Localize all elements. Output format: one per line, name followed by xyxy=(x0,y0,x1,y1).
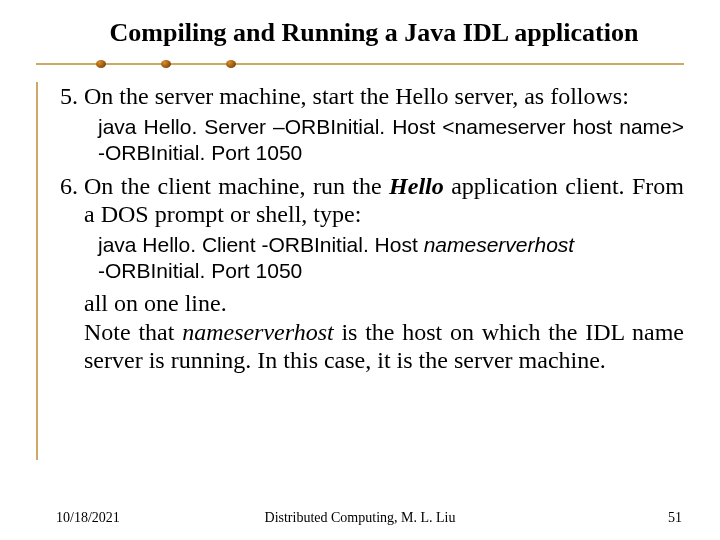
footer-date: 10/18/2021 xyxy=(56,510,120,526)
item-text: On the server machine, start the Hello s… xyxy=(84,83,629,109)
item-text-pre: On the client machine, run the xyxy=(84,173,389,199)
note-block: all on one line. Note that nameserverhos… xyxy=(84,289,684,374)
left-rule xyxy=(36,82,38,460)
title-underline xyxy=(36,60,684,68)
code-text: java Hello. Client -ORBInitial. Host xyxy=(98,233,424,256)
code-em: nameserverhost xyxy=(424,233,575,256)
code-text: -ORBInitial. Port 1050 xyxy=(98,259,302,282)
footer: 10/18/2021 Distributed Computing, M. L. … xyxy=(0,510,720,526)
list-item: On the server machine, start the Hello s… xyxy=(84,82,684,166)
footer-page: 51 xyxy=(668,510,682,526)
item-text-em: Hello xyxy=(389,173,444,199)
bullet-icon xyxy=(96,60,106,68)
bullet-icon xyxy=(161,60,171,68)
list-item: On the client machine, run the Hello app… xyxy=(84,172,684,375)
slide-title: Compiling and Running a Java IDL applica… xyxy=(36,18,684,48)
note-pre: Note that xyxy=(84,319,182,345)
rule-line xyxy=(36,63,684,65)
note-line: all on one line. xyxy=(84,290,227,316)
bullet-icon xyxy=(226,60,236,68)
code-block: java Hello. Client -ORBInitial. Host nam… xyxy=(98,232,684,283)
body-list: On the server machine, start the Hello s… xyxy=(36,82,684,374)
code-block: java Hello. Server –ORBInitial. Host <na… xyxy=(98,114,684,165)
note-em: nameserverhost xyxy=(182,319,334,345)
